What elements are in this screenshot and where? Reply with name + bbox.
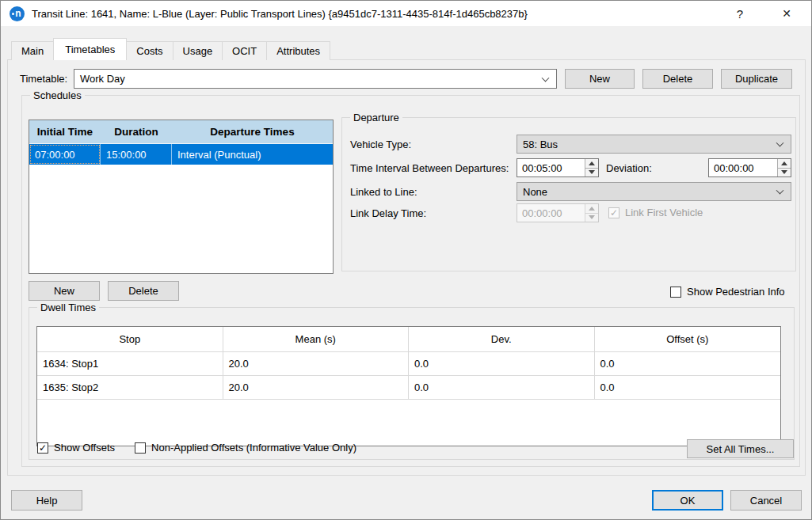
- col-dev[interactable]: Dev.: [409, 327, 595, 351]
- spinner-arrows: [585, 159, 598, 176]
- tab-usage[interactable]: Usage: [173, 41, 223, 60]
- logo-letter: n: [15, 9, 21, 18]
- tab-costs[interactable]: Costs: [126, 41, 173, 60]
- timetable-new-button[interactable]: New: [565, 69, 635, 89]
- dwell-table-row[interactable]: 1634: Stop1 20.0 0.0 0.0: [37, 352, 780, 376]
- chevron-down-icon: [776, 139, 784, 147]
- departure-group: Departure Vehicle Type: 58: Bus Time Int…: [341, 117, 796, 271]
- logo-dot: [12, 13, 14, 15]
- dwell-dev[interactable]: 0.0: [409, 352, 595, 375]
- linked-to-line-select[interactable]: None: [517, 182, 791, 201]
- vehicle-type-select[interactable]: 58: Bus: [517, 135, 791, 154]
- dwell-mean[interactable]: 20.0: [223, 352, 410, 375]
- titlebar-help-icon[interactable]: ?: [728, 1, 752, 26]
- linked-to-line-label: Linked to Line:: [350, 182, 417, 201]
- linked-to-line-row: Linked to Line: None: [342, 182, 795, 201]
- spin-up-icon[interactable]: [778, 159, 791, 169]
- timetable-select[interactable]: Work Day: [74, 69, 557, 89]
- non-applied-offsets-label: Non-Applied Offsets (Informative Value O…: [151, 442, 356, 454]
- window-title: Transit Line: 1641, Name: L-Blue (Layer:…: [32, 8, 528, 20]
- title-bar: n Transit Line: 1641, Name: L-Blue (Laye…: [1, 1, 811, 26]
- timetable-label: Timetable:: [20, 69, 67, 89]
- link-first-vehicle-label: Link First Vehicle: [625, 207, 703, 218]
- tab-attributes[interactable]: Attributes: [266, 41, 330, 60]
- col-duration[interactable]: Duration: [101, 120, 172, 143]
- close-icon[interactable]: ✕: [775, 1, 799, 26]
- schedules-group-label: Schedules: [30, 89, 85, 101]
- checkmark-icon: ✓: [610, 208, 618, 218]
- link-first-vehicle-row: ✓ Link First Vehicle: [608, 207, 703, 218]
- spin-up-icon[interactable]: [585, 159, 598, 169]
- dwell-table-header: Stop Mean (s) Dev. Offset (s): [37, 327, 780, 352]
- deviation-label: Deviation:: [606, 158, 652, 177]
- dwell-mean[interactable]: 20.0: [223, 376, 410, 399]
- set-all-times-button[interactable]: Set All Times...: [687, 439, 794, 458]
- timetable-delete-button[interactable]: Delete: [642, 69, 713, 89]
- dwell-stop[interactable]: 1635: Stop2: [37, 376, 223, 399]
- col-initial-time[interactable]: Initial Time: [29, 120, 101, 143]
- dwell-offset[interactable]: 0.0: [595, 376, 781, 399]
- tab-bar: Main Timetables Costs Usage OCIT Attribu…: [11, 38, 330, 60]
- schedule-duration[interactable]: 15:00:00: [101, 144, 172, 165]
- departure-group-label: Departure: [350, 112, 402, 123]
- timetables-tab-page: Timetable: Work Day New Delete Duplicate…: [7, 59, 806, 476]
- show-offsets-checkbox[interactable]: ✓: [37, 442, 48, 454]
- show-offsets-row: ✓ Show Offsets: [37, 442, 115, 454]
- deviation-value[interactable]: 00:00:00: [709, 159, 777, 176]
- vehicle-type-label: Vehicle Type:: [350, 135, 411, 154]
- link-delay-spinbox: 00:00:00: [517, 203, 599, 222]
- time-interval-spinbox[interactable]: 00:05:00: [517, 158, 599, 177]
- schedule-initial-time[interactable]: 07:00:00: [29, 144, 101, 165]
- link-delay-row: Link Delay Time: 00:00:00 ✓ Link First V…: [342, 203, 795, 222]
- schedule-delete-button[interactable]: Delete: [108, 281, 179, 301]
- schedule-departure-times[interactable]: Interval (Punctual): [172, 144, 333, 165]
- dwell-times-group: Dwell Times Stop Mean (s) Dev. Offset (s…: [29, 307, 795, 460]
- schedules-group: Schedules Initial Time Duration Departur…: [21, 95, 800, 467]
- dwell-table-row[interactable]: 1635: Stop2 20.0 0.0 0.0: [37, 376, 780, 400]
- chevron-down-icon: [542, 74, 550, 82]
- checkmark-icon: ✓: [39, 443, 47, 453]
- col-mean[interactable]: Mean (s): [223, 327, 410, 351]
- tab-main[interactable]: Main: [11, 41, 54, 60]
- col-offset[interactable]: Offset (s): [595, 327, 781, 351]
- chevron-down-icon: [776, 187, 784, 195]
- transit-line-dialog: n Transit Line: 1641, Name: L-Blue (Laye…: [0, 0, 812, 520]
- non-applied-offsets-checkbox[interactable]: [135, 442, 146, 454]
- dwell-times-group-label: Dwell Times: [37, 302, 99, 313]
- dwell-times-table: Stop Mean (s) Dev. Offset (s) 1634: Stop…: [36, 326, 781, 446]
- spin-up-icon: [585, 204, 598, 214]
- help-button[interactable]: Help: [11, 490, 82, 511]
- schedule-row-selected[interactable]: 07:00:00 15:00:00 Interval (Punctual): [29, 144, 333, 165]
- show-pedestrian-info-row: Show Pedestrian Info: [670, 286, 785, 298]
- col-departure-times[interactable]: Departure Times: [172, 120, 333, 143]
- time-interval-row: Time Interval Between Departures: 00:05:…: [342, 158, 795, 177]
- col-stop[interactable]: Stop: [37, 327, 223, 351]
- spinner-arrows: [585, 204, 598, 222]
- time-interval-label: Time Interval Between Departures:: [350, 158, 509, 177]
- dwell-stop[interactable]: 1634: Stop1: [37, 352, 223, 375]
- spin-down-icon: [585, 214, 598, 222]
- dwell-dev[interactable]: 0.0: [409, 376, 595, 399]
- timetable-selected-value: Work Day: [80, 73, 125, 85]
- spinner-arrows: [777, 159, 791, 176]
- tab-timetables[interactable]: Timetables: [53, 38, 127, 60]
- vehicle-type-row: Vehicle Type: 58: Bus: [342, 135, 795, 154]
- ok-button[interactable]: OK: [652, 490, 723, 511]
- link-delay-value: 00:00:00: [517, 204, 585, 222]
- tab-ocit[interactable]: OCIT: [222, 41, 267, 60]
- schedules-table: Initial Time Duration Departure Times 07…: [29, 120, 334, 274]
- cancel-button[interactable]: Cancel: [730, 490, 802, 511]
- schedule-new-button[interactable]: New: [29, 281, 100, 301]
- spin-down-icon[interactable]: [585, 169, 598, 177]
- link-delay-label: Link Delay Time:: [350, 203, 426, 222]
- dwell-offset[interactable]: 0.0: [595, 352, 781, 375]
- link-first-vehicle-checkbox: ✓: [608, 207, 619, 218]
- vehicle-type-value: 58: Bus: [523, 139, 558, 150]
- deviation-spinbox[interactable]: 00:00:00: [708, 158, 791, 177]
- timetable-duplicate-button[interactable]: Duplicate: [721, 69, 792, 89]
- time-interval-value[interactable]: 00:05:00: [517, 159, 585, 176]
- show-pedestrian-info-checkbox[interactable]: [670, 287, 681, 298]
- linked-to-line-value: None: [523, 186, 547, 198]
- non-applied-offsets-row: Non-Applied Offsets (Informative Value O…: [135, 442, 356, 454]
- spin-down-icon[interactable]: [778, 169, 791, 177]
